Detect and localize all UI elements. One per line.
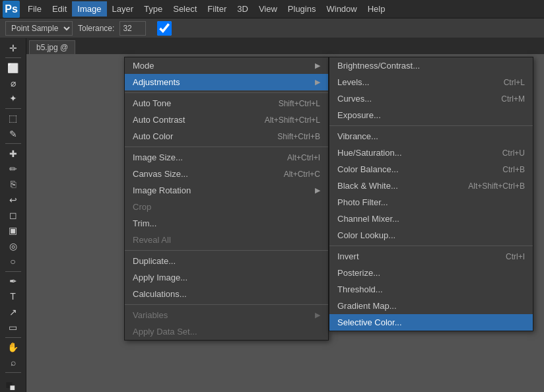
menu-edit[interactable]: Edit bbox=[47, 1, 72, 16]
blur-tool[interactable]: ◎ bbox=[3, 239, 23, 253]
gradient-tool[interactable]: ▣ bbox=[3, 224, 23, 238]
menu-item-photo-filter[interactable]: Photo Filter... bbox=[329, 194, 533, 211]
menu-separator bbox=[329, 125, 533, 126]
menu-item-brightness-contrast[interactable]: Brightness/Contrast... bbox=[329, 57, 533, 74]
toolbar-divider-5 bbox=[5, 337, 21, 338]
toolbar-divider-2 bbox=[5, 108, 21, 109]
path-select-tool[interactable]: ↗ bbox=[3, 305, 23, 319]
menu-item-posterize[interactable]: Posterize... bbox=[329, 265, 533, 281]
menu-item-invert[interactable]: Invert Ctrl+I bbox=[329, 248, 533, 265]
ps-logo: Ps bbox=[3, 1, 20, 18]
menu-item-threshold[interactable]: Threshold... bbox=[329, 281, 533, 298]
sample-mode-select[interactable]: Point Sample bbox=[5, 21, 73, 36]
menu-item-canvas-size[interactable]: Canvas Size... Alt+Ctrl+C bbox=[125, 166, 328, 182]
menu-separator bbox=[125, 304, 328, 305]
left-toolbar: ✛ ⬜ ⌀ ✦ ⬚ ✎ ✚ ✏ ⎘ ↩ ◻ ▣ ◎ ○ ✒ T ↗ ▭ ✋ ⌕ … bbox=[0, 38, 26, 392]
menu-item-channel-mixer[interactable]: Channel Mixer... bbox=[329, 211, 533, 227]
rectangle-tool[interactable]: ▭ bbox=[3, 320, 23, 334]
brush-tool[interactable]: ✏ bbox=[3, 162, 23, 176]
menu-layer[interactable]: Layer bbox=[107, 1, 139, 16]
menu-item-color-balance[interactable]: Color Balance... Ctrl+B bbox=[329, 161, 533, 178]
menu-item-mode[interactable]: Mode ▶ bbox=[125, 57, 328, 74]
toolbar-divider-6 bbox=[5, 372, 21, 373]
document-tab[interactable]: b5.jpg @ bbox=[29, 40, 75, 54]
tab-bar: b5.jpg @ bbox=[26, 38, 544, 54]
submenu-arrow-icon: ▶ bbox=[315, 311, 320, 319]
menu-item-crop: Crop bbox=[125, 199, 328, 215]
menu-help[interactable]: Help bbox=[362, 1, 391, 16]
canvas-area: b5.jpg @ Mode ▶ Adjustments ▶ Auto Tone … bbox=[26, 38, 544, 392]
main-area: ✛ ⬜ ⌀ ✦ ⬚ ✎ ✚ ✏ ⎘ ↩ ◻ ▣ ◎ ○ ✒ T ↗ ▭ ✋ ⌕ … bbox=[0, 38, 544, 392]
lasso-tool[interactable]: ⌀ bbox=[3, 76, 23, 90]
options-bar: Point Sample Tolerance: bbox=[0, 18, 544, 38]
type-tool[interactable]: T bbox=[3, 290, 23, 304]
menu-item-calculations[interactable]: Calculations... bbox=[125, 286, 328, 302]
submenu-arrow-icon: ▶ bbox=[315, 61, 320, 70]
menu-separator bbox=[125, 147, 328, 147]
menu-item-reveal-all: Reveal All bbox=[125, 232, 328, 248]
toolbar-divider-3 bbox=[5, 143, 21, 144]
menu-view[interactable]: View bbox=[254, 1, 283, 16]
menu-item-apply-data-set: Apply Data Set... bbox=[125, 323, 328, 340]
tolerance-label: Tolerance: bbox=[78, 24, 114, 33]
eyedropper-tool[interactable]: ✎ bbox=[3, 127, 23, 141]
menu-item-trim[interactable]: Trim... bbox=[125, 215, 328, 232]
menubar: Ps File Edit Image Layer Type Select Fil… bbox=[0, 0, 544, 18]
hand-tool[interactable]: ✋ bbox=[3, 340, 23, 354]
menu-separator bbox=[125, 92, 328, 93]
adjustments-submenu: Brightness/Contrast... Levels... Ctrl+L … bbox=[329, 57, 533, 331]
menu-item-adjustments[interactable]: Adjustments ▶ bbox=[125, 74, 328, 90]
crop-tool[interactable]: ⬚ bbox=[3, 112, 23, 125]
menu-image[interactable]: Image bbox=[72, 1, 106, 16]
menu-select[interactable]: Select bbox=[168, 1, 202, 16]
menu-item-hue-saturation[interactable]: Hue/Saturation... Ctrl+U bbox=[329, 145, 533, 161]
submenu-arrow-icon: ▶ bbox=[315, 78, 320, 86]
menu-item-gradient-map[interactable]: Gradient Map... bbox=[329, 298, 533, 314]
menu-window[interactable]: Window bbox=[321, 1, 362, 16]
pen-tool[interactable]: ✒ bbox=[3, 274, 23, 288]
menu-item-auto-color[interactable]: Auto Color Shift+Ctrl+B bbox=[125, 128, 328, 145]
menu-item-auto-contrast[interactable]: Auto Contrast Alt+Shift+Ctrl+L bbox=[125, 112, 328, 128]
menu-item-exposure[interactable]: Exposure... bbox=[329, 107, 533, 123]
menu-plugins[interactable]: Plugins bbox=[283, 1, 322, 16]
anti-alias-checkbox[interactable] bbox=[151, 21, 178, 36]
menu-item-image-size[interactable]: Image Size... Alt+Ctrl+I bbox=[125, 149, 328, 166]
history-brush-tool[interactable]: ↩ bbox=[3, 193, 23, 207]
menu-item-levels[interactable]: Levels... Ctrl+L bbox=[329, 74, 533, 90]
menu-type[interactable]: Type bbox=[139, 1, 168, 16]
image-menu-dropdown: Mode ▶ Adjustments ▶ Auto Tone Shift+Ctr… bbox=[124, 57, 329, 341]
menu-filter[interactable]: Filter bbox=[202, 1, 232, 16]
menu-separator bbox=[329, 245, 533, 246]
menu-item-selective-color[interactable]: Selective Color... bbox=[329, 314, 533, 331]
menu-separator bbox=[125, 250, 328, 251]
submenu-arrow-icon: ▶ bbox=[315, 186, 320, 195]
move-tool[interactable]: ✛ bbox=[3, 41, 23, 55]
foreground-background-colors[interactable]: ■ ■ bbox=[3, 376, 23, 389]
dodge-tool[interactable]: ○ bbox=[3, 254, 23, 268]
menu-item-auto-tone[interactable]: Auto Tone Shift+Ctrl+L bbox=[125, 95, 328, 112]
zoom-tool[interactable]: ⌕ bbox=[3, 356, 23, 370]
menu-item-variables: Variables ▶ bbox=[125, 307, 328, 323]
menu-item-curves[interactable]: Curves... Ctrl+M bbox=[329, 90, 533, 107]
menu-item-apply-image[interactable]: Apply Image... bbox=[125, 269, 328, 286]
eraser-tool[interactable]: ◻ bbox=[3, 208, 23, 222]
tolerance-input[interactable] bbox=[119, 21, 146, 36]
clone-stamp-tool[interactable]: ⎘ bbox=[3, 178, 23, 191]
menu-file[interactable]: File bbox=[22, 1, 47, 16]
toolbar-divider-1 bbox=[5, 57, 21, 58]
menu-item-color-lookup[interactable]: Color Lookup... bbox=[329, 227, 533, 244]
menu-3d[interactable]: 3D bbox=[232, 1, 254, 16]
rectangular-marquee-tool[interactable]: ⬜ bbox=[3, 61, 23, 75]
quick-select-tool[interactable]: ✦ bbox=[3, 92, 23, 106]
menu-item-vibrance[interactable]: Vibrance... bbox=[329, 128, 533, 145]
healing-brush-tool[interactable]: ✚ bbox=[3, 147, 23, 160]
menu-item-image-rotation[interactable]: Image Rotation ▶ bbox=[125, 182, 328, 199]
menu-item-black-white[interactable]: Black & White... Alt+Shift+Ctrl+B bbox=[329, 178, 533, 194]
menu-item-duplicate[interactable]: Duplicate... bbox=[125, 253, 328, 269]
toolbar-divider-4 bbox=[5, 271, 21, 272]
